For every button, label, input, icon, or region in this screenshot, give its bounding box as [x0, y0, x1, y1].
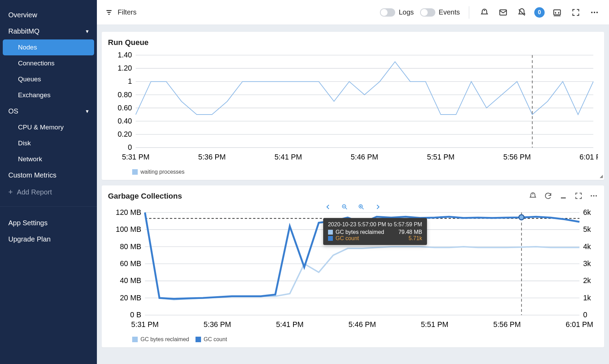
- svg-text:0 B: 0 B: [130, 311, 141, 319]
- panel-gc: Garbage Collections 0 B20 MB40 MB6: [102, 185, 604, 347]
- svg-text:5:41 PM: 5:41 PM: [276, 320, 304, 329]
- svg-text:60 MB: 60 MB: [120, 260, 141, 268]
- svg-point-30: [593, 195, 594, 197]
- svg-text:5k: 5k: [583, 225, 591, 234]
- svg-text:5:36 PM: 5:36 PM: [203, 320, 231, 329]
- svg-point-3: [594, 11, 595, 13]
- svg-text:0.40: 0.40: [118, 117, 132, 125]
- svg-text:6:01 PM: 6:01 PM: [580, 153, 598, 161]
- svg-text:3k: 3k: [583, 260, 591, 268]
- logs-toggle[interactable]: Logs: [380, 8, 413, 17]
- chevron-down-icon: ▾: [86, 28, 89, 35]
- sidebar-item-custom-metrics[interactable]: Custom Metrics: [0, 167, 97, 183]
- svg-text:120 MB: 120 MB: [116, 208, 142, 217]
- more-menu-icon[interactable]: [588, 6, 601, 19]
- run-queue-legend: waiting processes: [108, 166, 598, 175]
- svg-text:1: 1: [128, 77, 132, 85]
- svg-text:0.60: 0.60: [118, 104, 132, 112]
- panel-toolbar: [529, 192, 598, 201]
- svg-text:0.80: 0.80: [118, 91, 132, 99]
- svg-text:5:41 PM: 5:41 PM: [274, 153, 302, 161]
- legend-swatch: [196, 337, 201, 342]
- fullscreen-icon[interactable]: [570, 6, 582, 19]
- create-alert-icon[interactable]: [529, 192, 537, 201]
- minimize-icon[interactable]: [559, 192, 567, 201]
- sidebar: Overview RabbitMQ ▾ Nodes Connections Qu…: [0, 0, 97, 364]
- svg-text:5:36 PM: 5:36 PM: [198, 153, 226, 161]
- svg-text:100 MB: 100 MB: [116, 225, 142, 234]
- zoom-in-icon[interactable]: [358, 203, 365, 212]
- svg-text:5:56 PM: 5:56 PM: [503, 153, 531, 161]
- svg-text:0: 0: [583, 311, 587, 319]
- svg-text:0: 0: [128, 143, 132, 152]
- chevron-down-icon: ▾: [86, 108, 89, 115]
- svg-text:0.20: 0.20: [118, 130, 132, 138]
- svg-text:5:31 PM: 5:31 PM: [131, 320, 159, 329]
- sidebar-item-cpu-memory[interactable]: CPU & Memory: [0, 119, 97, 135]
- toolbar: Filters Logs Events 0: [97, 0, 609, 25]
- sidebar-item-queues[interactable]: Queues: [0, 71, 97, 87]
- main-area: Filters Logs Events 0 Run Queue 00.200.4…: [97, 0, 609, 364]
- sidebar-item-nodes[interactable]: Nodes: [3, 39, 94, 55]
- legend-swatch: [132, 337, 138, 342]
- sidebar-item-overview[interactable]: Overview: [0, 7, 97, 23]
- create-alert-button[interactable]: [478, 6, 491, 19]
- refresh-icon[interactable]: [544, 192, 552, 201]
- svg-text:1.40: 1.40: [118, 51, 132, 59]
- svg-text:5:46 PM: 5:46 PM: [348, 320, 376, 329]
- sidebar-item-app-settings[interactable]: App Settings: [0, 215, 97, 231]
- sidebar-item-network[interactable]: Network: [0, 151, 97, 167]
- svg-point-2: [591, 11, 592, 13]
- gc-legend: GC bytes reclaimed GC count: [108, 334, 598, 343]
- panel-run-queue: Run Queue 00.200.400.600.8011.201.405:31…: [102, 32, 604, 180]
- svg-text:6:01 PM: 6:01 PM: [566, 320, 593, 329]
- svg-point-31: [596, 195, 597, 197]
- chart-tooltip: 2020-10-23 5:57:00 PM to 5:57:59 PM GC b…: [323, 218, 427, 245]
- sidebar-item-connections[interactable]: Connections: [0, 55, 97, 71]
- sidebar-section-rabbitmq[interactable]: RabbitMQ ▾: [0, 23, 97, 39]
- svg-text:4k: 4k: [583, 243, 591, 251]
- mute-bell-icon[interactable]: [516, 6, 528, 19]
- svg-text:1k: 1k: [583, 294, 591, 302]
- pan-right-icon[interactable]: [374, 203, 381, 212]
- events-toggle[interactable]: Events: [420, 8, 460, 17]
- svg-text:1.20: 1.20: [118, 64, 132, 72]
- svg-text:5:56 PM: 5:56 PM: [493, 320, 521, 329]
- panel-title: Run Queue: [108, 38, 598, 47]
- code-view-icon[interactable]: [551, 6, 563, 19]
- svg-text:5:31 PM: 5:31 PM: [122, 153, 149, 161]
- resize-handle-icon[interactable]: ◢: [600, 174, 603, 179]
- svg-point-4: [596, 11, 598, 13]
- add-report-button[interactable]: +Add Report: [0, 183, 97, 201]
- svg-text:80 MB: 80 MB: [120, 243, 141, 251]
- sidebar-item-exchanges[interactable]: Exchanges: [0, 87, 97, 103]
- svg-text:40 MB: 40 MB: [120, 276, 141, 285]
- sidebar-item-disk[interactable]: Disk: [0, 135, 97, 151]
- panel-title: Garbage Collections: [108, 192, 598, 201]
- chart-zoom-nav: [325, 203, 381, 212]
- sidebar-section-os[interactable]: OS ▾: [0, 103, 97, 119]
- chart-hover-marker: [518, 214, 525, 220]
- svg-text:5:51 PM: 5:51 PM: [421, 320, 448, 329]
- svg-rect-1: [554, 10, 561, 15]
- svg-text:20 MB: 20 MB: [120, 294, 141, 302]
- more-icon[interactable]: [590, 192, 598, 201]
- mail-icon[interactable]: [497, 6, 509, 19]
- svg-point-29: [591, 195, 592, 197]
- pan-left-icon[interactable]: [325, 203, 331, 212]
- run-queue-chart[interactable]: 00.200.400.600.8011.201.405:31 PM5:36 PM…: [108, 51, 598, 166]
- svg-text:6k: 6k: [583, 208, 591, 217]
- expand-icon[interactable]: [574, 192, 583, 201]
- svg-text:2k: 2k: [583, 276, 591, 285]
- svg-text:5:46 PM: 5:46 PM: [351, 153, 379, 161]
- plus-icon: +: [8, 188, 13, 197]
- notifications-badge[interactable]: 0: [534, 7, 545, 18]
- divider: [469, 6, 469, 19]
- svg-text:5:51 PM: 5:51 PM: [427, 153, 455, 161]
- filter-icon: [105, 9, 113, 16]
- sidebar-item-upgrade-plan[interactable]: Upgrade Plan: [0, 231, 97, 247]
- filters-button[interactable]: Filters: [105, 8, 136, 16]
- panels-container[interactable]: Run Queue 00.200.400.600.8011.201.405:31…: [97, 25, 609, 364]
- zoom-out-icon[interactable]: [341, 203, 348, 212]
- legend-swatch: [132, 169, 138, 175]
